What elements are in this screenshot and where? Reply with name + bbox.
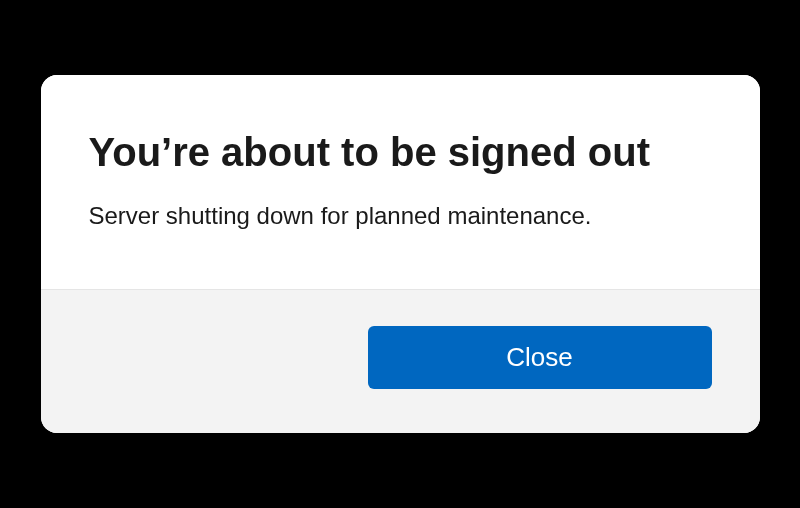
dialog-title: You’re about to be signed out bbox=[89, 127, 712, 177]
dialog-message: Server shutting down for planned mainten… bbox=[89, 199, 712, 233]
signout-dialog: You’re about to be signed out Server shu… bbox=[41, 75, 760, 433]
dialog-footer: Close bbox=[41, 289, 760, 433]
close-button[interactable]: Close bbox=[368, 326, 712, 389]
dialog-body: You’re about to be signed out Server shu… bbox=[41, 75, 760, 289]
